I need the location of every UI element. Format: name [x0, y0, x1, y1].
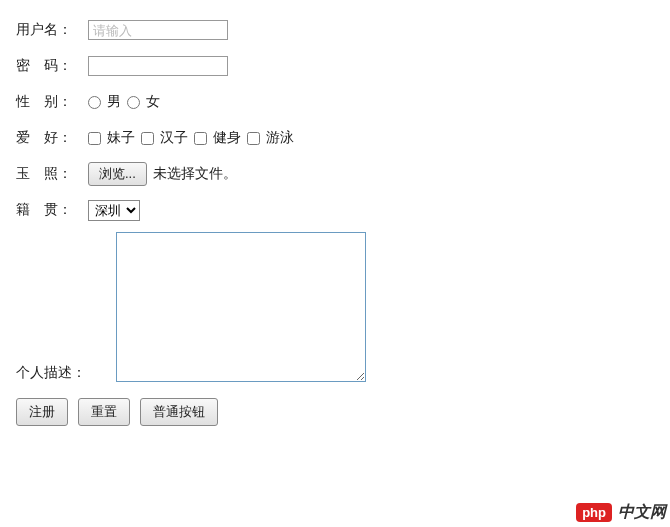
hobby-check-2[interactable] [194, 132, 207, 145]
username-label: 用户名： [16, 21, 88, 39]
hobby-check-3[interactable] [247, 132, 260, 145]
watermark-logo: php [576, 503, 612, 522]
sex-radio-female[interactable] [127, 96, 140, 109]
hobby-option-0: 妹子 [88, 129, 135, 147]
hobby-option-2-label: 健身 [213, 129, 241, 145]
reset-button[interactable]: 重置 [78, 398, 130, 426]
sex-label: 性 别： [16, 93, 88, 111]
row-password: 密 码： [16, 52, 654, 80]
file-browse-button[interactable]: 浏览... [88, 162, 147, 186]
hobby-option-0-label: 妹子 [107, 129, 135, 145]
password-label: 密 码： [16, 57, 88, 75]
sex-radio-male[interactable] [88, 96, 101, 109]
origin-select[interactable]: 深圳 [88, 200, 140, 221]
file-status-text: 未选择文件。 [153, 165, 237, 183]
row-sex: 性 别： 男 女 [16, 88, 654, 116]
username-input[interactable] [88, 20, 228, 40]
origin-label: 籍 贯： [16, 201, 88, 219]
hobby-option-1: 汉子 [141, 129, 188, 147]
desc-textarea[interactable] [116, 232, 366, 382]
sex-option-female-label: 女 [146, 93, 160, 109]
hobby-check-0[interactable] [88, 132, 101, 145]
button-row: 注册 重置 普通按钮 [16, 398, 654, 426]
row-hobby: 爱 好： 妹子 汉子 健身 游泳 [16, 124, 654, 152]
sex-option-female: 女 [127, 93, 160, 111]
hobby-option-1-label: 汉子 [160, 129, 188, 145]
submit-button[interactable]: 注册 [16, 398, 68, 426]
sex-option-male: 男 [88, 93, 121, 111]
row-desc: 个人描述： [16, 232, 654, 382]
row-origin: 籍 贯： 深圳 [16, 196, 654, 224]
password-input[interactable] [88, 56, 228, 76]
watermark: php 中文网 [576, 502, 666, 523]
hobby-option-3-label: 游泳 [266, 129, 294, 145]
normal-button[interactable]: 普通按钮 [140, 398, 218, 426]
hobby-label: 爱 好： [16, 129, 88, 147]
photo-label: 玉 照： [16, 165, 88, 183]
row-photo: 玉 照： 浏览... 未选择文件。 [16, 160, 654, 188]
desc-label: 个人描述： [16, 364, 88, 382]
row-username: 用户名： [16, 16, 654, 44]
hobby-option-3: 游泳 [247, 129, 294, 147]
watermark-text: 中文网 [618, 502, 666, 523]
hobby-option-2: 健身 [194, 129, 241, 147]
hobby-check-1[interactable] [141, 132, 154, 145]
sex-option-male-label: 男 [107, 93, 121, 109]
